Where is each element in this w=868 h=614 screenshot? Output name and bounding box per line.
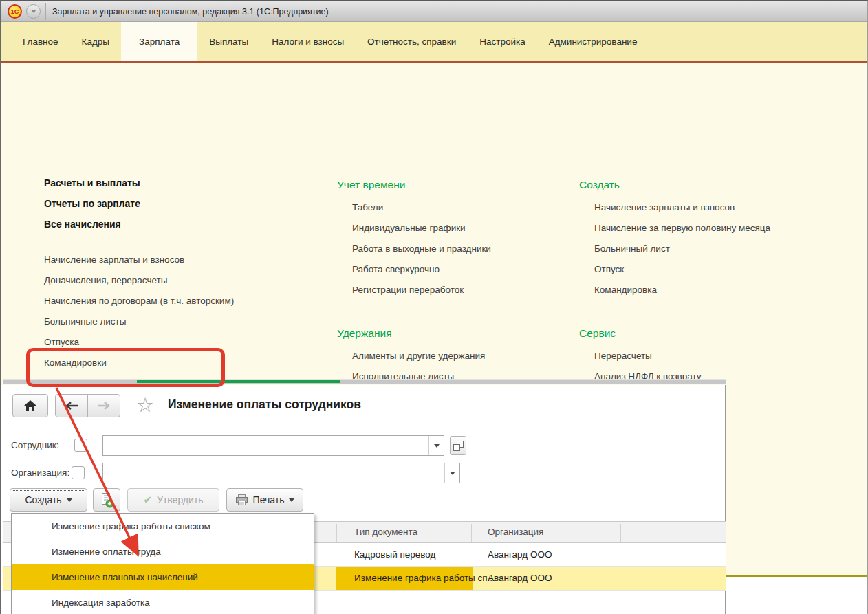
- cell-organization: Авангард ООО: [488, 543, 552, 567]
- menu-link[interactable]: Больничный лист: [594, 239, 868, 259]
- menu-link[interactable]: Регистрации переработок: [352, 280, 574, 300]
- tab-nalogi[interactable]: Налоги и взносы: [260, 22, 356, 61]
- tab-administrirovanie[interactable]: Администрирование: [537, 22, 649, 61]
- forward-button-disabled[interactable]: [87, 394, 120, 417]
- background-white-corner: [726, 577, 868, 614]
- tab-kadry[interactable]: Кадры: [70, 22, 121, 61]
- organization-dropdown-button[interactable]: [444, 463, 459, 483]
- page-title: Изменение оплаты сотрудников: [168, 397, 361, 412]
- arrow-right-icon: [96, 401, 111, 410]
- menu-item-izmenenie-grafika[interactable]: Изменение графика работы списком: [12, 514, 314, 539]
- menu-section-title[interactable]: Удержания: [337, 321, 574, 346]
- tab-otchetnost[interactable]: Отчетность, справки: [356, 22, 468, 61]
- menu-link[interactable]: Доначисления, перерасчеты: [44, 270, 319, 291]
- horizontal-scrollbar[interactable]: [3, 379, 726, 384]
- titlebar-separator: [45, 3, 46, 20]
- employee-dropdown-button[interactable]: [428, 436, 444, 455]
- section-functions-panel: Расчеты и выплаты Отчеты по зарплате Все…: [1, 63, 867, 385]
- app-window: 1С Зарплата и управление персоналом, ред…: [0, 0, 868, 614]
- cell-doc-type: Изменение графика работы сп...: [354, 567, 495, 590]
- menu-item-izmenenie-planovyh-highlighted[interactable]: Изменение плановых начислений: [12, 564, 314, 590]
- tab-vyplaty[interactable]: Выплаты: [197, 22, 260, 61]
- chevron-down-icon: [289, 498, 294, 505]
- menu-link[interactable]: Командировка: [594, 280, 868, 300]
- print-button-label: Печать: [253, 494, 285, 505]
- menu-link[interactable]: Перерасчеты: [594, 346, 868, 366]
- chevron-down-icon: [450, 472, 455, 478]
- menu-link[interactable]: Начисление за первую половину месяца: [594, 218, 868, 239]
- chevron-down-icon: [67, 498, 72, 505]
- chevron-down-icon: [31, 10, 36, 16]
- tab-nastroika[interactable]: Настройка: [468, 22, 536, 61]
- menu-link[interactable]: Работа сверхурочно: [352, 259, 574, 280]
- menu-link[interactable]: Отчеты по зарплате: [44, 193, 319, 214]
- approve-button-disabled[interactable]: ✔ Утвердить: [127, 488, 219, 512]
- menu-link[interactable]: Больничные листы: [44, 311, 319, 332]
- create-button-label: Создать: [25, 494, 61, 505]
- favorites-star-icon[interactable]: ☆: [136, 393, 154, 417]
- column-divider: [471, 524, 472, 542]
- menu-link[interactable]: Отпуска: [44, 332, 319, 353]
- column-header-doc-type[interactable]: Тип документа: [354, 522, 417, 542]
- 1c-logo-icon: 1С: [8, 4, 22, 19]
- menu-link[interactable]: Командировки: [44, 353, 319, 373]
- section-tabbar: Главное Кадры Зарплата Выплаты Налоги и …: [1, 22, 867, 61]
- menu-link[interactable]: Алименты и другие удержания: [352, 346, 574, 366]
- printer-icon: [235, 494, 248, 506]
- print-button[interactable]: Печать: [226, 488, 303, 512]
- document-list-form: ☆ Изменение оплаты сотрудников Сотрудник…: [3, 385, 726, 614]
- arrow-left-icon: [64, 401, 79, 410]
- background-panel-strip: [726, 385, 868, 575]
- cell-organization: Авангард ООО: [488, 567, 552, 590]
- menu-section-title[interactable]: Учет времени: [337, 173, 574, 197]
- menu-link[interactable]: Начисления по договорам (в т.ч. авторски…: [44, 291, 319, 311]
- create-copy-button[interactable]: [93, 488, 120, 512]
- chevron-down-icon: [434, 444, 440, 450]
- organization-filter-checkbox[interactable]: [72, 466, 85, 479]
- checkmark-icon: ✔: [143, 494, 152, 506]
- organization-input[interactable]: [102, 463, 460, 483]
- tab-glavnoe[interactable]: Главное: [11, 22, 70, 61]
- menu-link[interactable]: Расчеты и выплаты: [44, 173, 319, 193]
- employee-input[interactable]: [102, 435, 444, 456]
- window-title: Зарплата и управление персоналом, редакц…: [52, 1, 329, 22]
- tab-zarplata-active[interactable]: Зарплата: [121, 22, 197, 61]
- scrollbar-thumb[interactable]: [137, 380, 340, 383]
- menu-link[interactable]: Начисление зарплаты и взносов: [594, 197, 868, 218]
- home-button[interactable]: [12, 394, 48, 417]
- menu-link[interactable]: Индивидуальные графики: [352, 218, 574, 239]
- menu-section-title[interactable]: Сервис: [579, 321, 868, 346]
- employee-label: Сотрудник:: [11, 439, 58, 452]
- open-list-icon: [453, 440, 464, 452]
- employee-open-button[interactable]: [450, 436, 466, 455]
- organization-label: Организация:: [11, 466, 69, 480]
- menu-section-title[interactable]: Создать: [579, 173, 868, 197]
- menu-item-izmenenie-oplaty-truda[interactable]: Изменение оплаты труда: [12, 539, 314, 564]
- column-divider: [336, 524, 337, 542]
- menu-link[interactable]: Начисление зарплаты и взносов: [44, 250, 319, 270]
- menu-link[interactable]: Табели: [352, 197, 574, 218]
- back-button[interactable]: [55, 394, 88, 417]
- cell-doc-type: Кадровый перевод: [354, 543, 435, 567]
- menu-item-indeksaciya[interactable]: Индексация заработка: [12, 590, 314, 614]
- title-bar: 1С Зарплата и управление персоналом, ред…: [1, 1, 867, 22]
- create-dropdown-menu: Изменение графика работы списком Изменен…: [11, 513, 314, 614]
- create-button[interactable]: Создать: [10, 488, 87, 512]
- home-icon: [23, 399, 37, 412]
- new-document-icon: [100, 492, 114, 508]
- column-header-organization[interactable]: Организация: [488, 522, 543, 542]
- main-menu-button[interactable]: [26, 4, 41, 19]
- menu-link[interactable]: Работа в выходные и праздники: [352, 239, 574, 259]
- approve-button-label: Утвердить: [157, 494, 204, 505]
- employee-filter-checkbox[interactable]: [74, 439, 87, 452]
- menu-link[interactable]: Все начисления: [44, 214, 319, 234]
- column-divider: [620, 524, 621, 542]
- menu-link[interactable]: Отпуск: [594, 259, 868, 280]
